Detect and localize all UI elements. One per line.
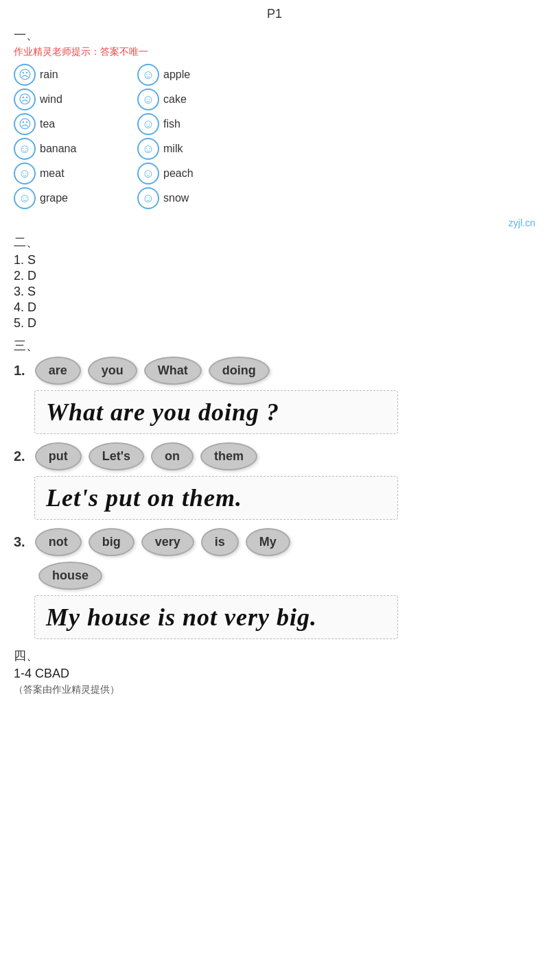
section4: 四、 1-4 CBAD （答案由作业精灵提供） — [14, 647, 535, 696]
cloud-word: very — [141, 528, 194, 556]
teacher-tip: 作业精灵老师提示：答案不唯一 — [14, 46, 535, 58]
list-item: ☺ fish — [137, 113, 247, 135]
section3-header: 三、 — [14, 337, 535, 354]
list-item: ☺ apple — [137, 64, 247, 86]
smile-face-icon: ☺ — [137, 163, 159, 184]
list-item: ☺ snow — [137, 187, 247, 209]
handwriting-area-1: What are you doing ? — [34, 390, 398, 434]
cloud-word: are — [35, 357, 81, 385]
cloud-word: What — [144, 357, 202, 385]
section2-header: 二、 — [14, 234, 535, 250]
cloud-word: not — [35, 528, 82, 556]
cloud-word: Let's — [89, 442, 144, 470]
sad-face-icon: ☹ — [14, 64, 36, 86]
word-label: meat — [40, 167, 65, 180]
list-item: 2. D — [14, 269, 535, 283]
smile-face-icon: ☺ — [14, 187, 36, 209]
list-item: 1. S — [14, 253, 535, 267]
answer-note: （答案由作业精灵提供） — [14, 684, 535, 696]
cloud-word: My — [246, 528, 290, 556]
list-item: 4. D — [14, 300, 535, 315]
list-item: ☺ milk — [137, 138, 247, 160]
handwriting-area-2: Let's put on them. — [34, 476, 398, 520]
list-item: ☹ tea — [14, 113, 124, 135]
smile-face-icon: ☺ — [137, 113, 159, 135]
list-item: 3. S — [14, 285, 535, 299]
question-num-3: 3. — [14, 534, 25, 550]
handwriting-text-2: Let's put on them. — [46, 484, 242, 512]
sad-face-icon: ☹ — [14, 88, 36, 110]
smile-face-icon: ☺ — [14, 163, 36, 184]
watermark: zyjl.cn — [14, 217, 535, 228]
smile-face-icon: ☺ — [137, 138, 159, 160]
list-item: 5. D — [14, 316, 535, 331]
cloud-word: you — [88, 357, 137, 385]
cloud-word: put — [35, 442, 82, 470]
word-label: snow — [163, 192, 189, 204]
smile-face-icon: ☺ — [137, 187, 159, 209]
list-item: ☺ peach — [137, 163, 247, 184]
word-label: milk — [163, 143, 183, 155]
word-label: peach — [163, 167, 194, 180]
word-label: tea — [40, 118, 55, 130]
word-row-1: 1. are you What doing — [14, 357, 535, 385]
word-row-2: 2. put Let's on them — [14, 442, 535, 470]
word-label: banana — [40, 143, 76, 155]
sad-face-icon: ☹ — [14, 113, 36, 135]
word-row-3b: house — [38, 562, 535, 590]
smile-face-icon: ☺ — [137, 64, 159, 86]
cloud-word: is — [201, 528, 239, 556]
sd-list: 1. S 2. D 3. S 4. D 5. D — [14, 253, 535, 331]
section1-header: 一、 — [14, 27, 535, 43]
question-num-1: 1. — [14, 363, 25, 379]
word-label: fish — [163, 118, 180, 130]
cloud-word: them — [200, 442, 257, 470]
handwriting-area-3: My house is not very big. — [34, 595, 398, 639]
question-num-2: 2. — [14, 449, 25, 464]
smile-face-icon: ☺ — [137, 88, 159, 110]
word-label: rain — [40, 69, 58, 81]
cloud-word: house — [38, 562, 102, 590]
section4-answer: 1-4 CBAD — [14, 667, 535, 681]
word-label: apple — [163, 69, 190, 81]
list-item: ☺ banana — [14, 138, 124, 160]
list-item: ☺ cake — [137, 88, 247, 110]
list-item: ☺ grape — [14, 187, 124, 209]
word-row-3: 3. not big very is My — [14, 528, 535, 556]
word-label: grape — [40, 192, 68, 204]
cloud-word: doing — [209, 357, 270, 385]
section3-content: 1. are you What doing What are you doing… — [14, 357, 535, 639]
word-label: wind — [40, 93, 62, 106]
page-title: P1 — [14, 7, 535, 21]
section4-header: 四、 — [14, 647, 535, 664]
handwriting-text-3: My house is not very big. — [46, 603, 317, 631]
cloud-word: on — [151, 442, 194, 470]
word-label: cake — [163, 93, 187, 106]
smile-face-icon: ☺ — [14, 138, 36, 160]
list-item: ☹ wind — [14, 88, 124, 110]
emoji-grid: ☹ rain ☺ apple ☹ wind ☺ cake ☹ tea ☺ fis… — [14, 64, 247, 209]
cloud-word: big — [89, 528, 135, 556]
list-item: ☹ rain — [14, 64, 124, 86]
list-item: ☺ meat — [14, 163, 124, 184]
handwriting-text-1: What are you doing ? — [46, 398, 279, 426]
